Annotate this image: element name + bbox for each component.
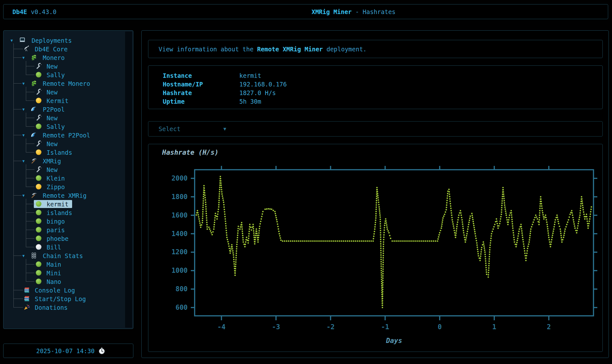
tree-connector <box>13 135 22 135</box>
tree-node-new[interactable]: New <box>4 88 125 96</box>
circle-green-icon <box>35 200 42 207</box>
circle-green-icon <box>35 71 42 78</box>
detail-label: Hashrate <box>163 89 239 96</box>
tree-node-zippo[interactable]: Zippo <box>4 182 125 191</box>
tree-node-sally[interactable]: Sally <box>4 122 125 131</box>
tree-connector <box>26 164 26 187</box>
tree-node-klein[interactable]: Klein <box>4 174 125 182</box>
tree-node-label: islands <box>47 208 72 217</box>
tree-node-kermit[interactable]: Kermit <box>4 96 125 105</box>
circle-green-icon <box>35 209 42 216</box>
tree-node-monero[interactable]: ▼Monero <box>4 53 125 62</box>
svg-text:1200: 1200 <box>171 248 188 256</box>
tree-node-remote-monero[interactable]: ▼Remote Monero <box>4 79 125 88</box>
sidebar-scrollbar-track[interactable] <box>125 32 132 328</box>
banner-highlight: Remote XMRig Miner <box>257 46 323 53</box>
tree-connector <box>13 161 22 161</box>
tree-node-main[interactable]: Main <box>4 260 125 269</box>
info-banner: View information about the Remote XMRig … <box>148 40 603 58</box>
tree-node-mini[interactable]: Mini <box>4 269 125 277</box>
tree-connector <box>26 238 34 239</box>
expand-arrow-icon[interactable]: ▼ <box>22 79 25 88</box>
tree-node-islands[interactable]: islands <box>4 208 125 217</box>
tree-node-remote-p2pool[interactable]: ▼Remote P2Pool <box>4 131 125 139</box>
tree-connector <box>26 113 26 127</box>
tree-node-remote-xmrig[interactable]: ▼Remote XMRig <box>4 191 125 200</box>
circle-green-icon <box>35 235 42 242</box>
select-dropdown[interactable]: Select ▼ <box>148 121 603 137</box>
tree-node-console-log[interactable]: Console Log <box>4 286 125 294</box>
expand-arrow-icon[interactable]: ▼ <box>22 105 25 114</box>
expand-arrow-icon[interactable]: ▼ <box>22 251 25 260</box>
svg-text:800: 800 <box>175 285 188 293</box>
tree-connector <box>26 75 34 75</box>
circle-yellow-icon <box>35 183 42 190</box>
svg-text:-1: -1 <box>381 323 389 331</box>
detail-row-instance: Instance kermit <box>148 71 602 80</box>
tree-node-islands[interactable]: Islands <box>4 148 125 157</box>
books-icon <box>23 286 30 293</box>
y-axis-tick-labels: 600800100012001400160018002000 <box>171 175 188 311</box>
svg-text:1400: 1400 <box>171 230 188 238</box>
tree-node-new[interactable]: New <box>4 139 125 148</box>
tree-node-label: Klein <box>47 174 65 182</box>
tree-connector <box>13 57 22 58</box>
tree-node-label: New <box>47 88 57 96</box>
tree-connector <box>26 118 34 118</box>
tree-node-start-stop-log[interactable]: Start/Stop Log <box>4 294 125 303</box>
detail-row-uptime: Uptime 5h 30m <box>148 97 602 106</box>
tree-node-db4e-core[interactable]: Db4E Core <box>4 45 125 53</box>
hashrate-plot: -4-3-2-101260080010001200140016001800200… <box>148 144 603 352</box>
expand-arrow-icon[interactable]: ▼ <box>22 53 25 62</box>
detail-row-hashrate: Hashrate 1827.0 H/s <box>148 88 602 97</box>
wrench-icon <box>35 166 42 173</box>
tree-connector <box>13 195 22 196</box>
detail-value: 5h 30m <box>239 98 261 105</box>
circle-yellow-icon <box>35 97 42 104</box>
banner-prefix: View information about the <box>159 46 257 53</box>
expand-arrow-icon[interactable]: ▼ <box>22 131 25 139</box>
tree-connector <box>26 178 34 178</box>
svg-text:1000: 1000 <box>171 267 188 274</box>
wave-icon <box>30 106 37 113</box>
page-title: XMRig Miner - Hashrates <box>311 4 395 19</box>
hashrate-series <box>196 176 592 308</box>
tree-node-donations[interactable]: Donations <box>4 303 125 312</box>
instance-details: Instance kermit Hostname/IP 192.168.0.17… <box>148 65 603 109</box>
tree-node-phoebe[interactable]: phoebe <box>4 234 125 243</box>
main-panel: View information about the Remote XMRig … <box>141 30 609 358</box>
timestamp: 2025-10-07 14:30 <box>36 347 94 354</box>
tree-node-new[interactable]: New <box>4 165 125 174</box>
tree-node-p2pool[interactable]: ▼P2Pool <box>4 105 125 114</box>
satellite-icon <box>23 45 30 52</box>
tree-node-chain-stats[interactable]: ▼Chain Stats <box>4 251 125 260</box>
tree-node-sally[interactable]: Sally <box>4 71 125 79</box>
tree-node-bingo[interactable]: bingo <box>4 217 125 226</box>
expand-arrow-icon[interactable]: ▼ <box>11 36 13 45</box>
tree-node-label: Kermit <box>47 96 69 105</box>
svg-text:1: 1 <box>492 323 496 331</box>
tree-connector <box>26 230 34 230</box>
tree-node-paris[interactable]: paris <box>4 226 125 234</box>
chevron-down-icon: ▼ <box>223 126 226 132</box>
tree-connector <box>26 66 34 66</box>
tree-node-new[interactable]: New <box>4 62 125 71</box>
tree-connector <box>26 92 34 92</box>
expand-arrow-icon[interactable]: ▼ <box>22 191 25 200</box>
app-name: Db4E <box>12 8 27 15</box>
tree-connector <box>26 126 34 127</box>
tree-node-nano[interactable]: Nano <box>4 277 125 286</box>
tree-node-xmrig[interactable]: ▼XMRig <box>4 157 125 165</box>
tree-node-label: Start/Stop Log <box>35 294 86 303</box>
tree-connector <box>26 281 34 282</box>
expand-arrow-icon[interactable]: ▼ <box>22 157 25 165</box>
tree-connector <box>26 61 26 75</box>
tree-node-label: Zippo <box>47 182 65 191</box>
tree-node-bill[interactable]: Bill <box>4 243 125 251</box>
tree-node-label: Sally <box>47 71 65 79</box>
tree-node-deployments[interactable]: ▼Deployments <box>4 36 125 45</box>
tree-node-new[interactable]: New <box>4 114 125 122</box>
svg-text:2: 2 <box>547 323 551 331</box>
hashrate-chart-panel: Hashrate (H/s) -4-3-2-101260080010001200… <box>148 144 603 352</box>
tree-node-kermit[interactable]: kermit <box>4 200 125 208</box>
